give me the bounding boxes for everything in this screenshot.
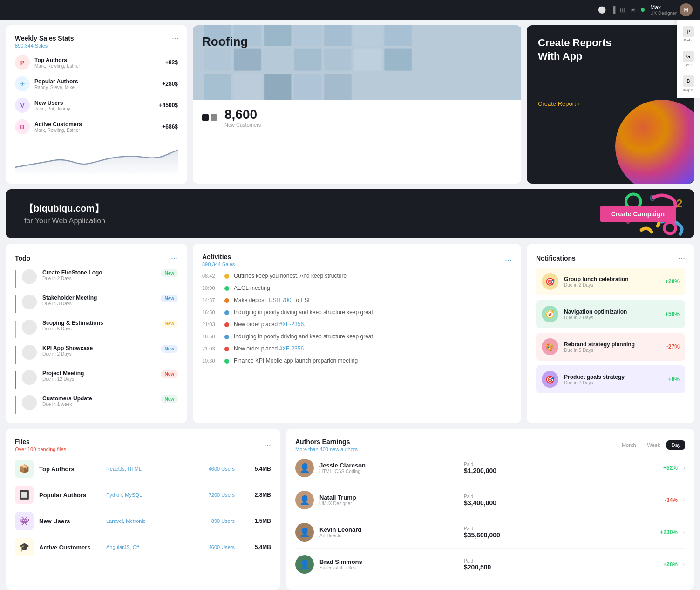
stat-top-authors: P Top Authors Mark, Rowling, Esther +82$ — [15, 55, 178, 70]
row-3: Todo ··· Create FireStone Logo Due in 2 … — [6, 244, 694, 423]
notif-info: Product goals strategy Due in 7 Days — [564, 374, 663, 385]
todo-avatar — [22, 295, 37, 309]
svg-rect-4 — [294, 25, 321, 46]
author-change: +28% — [608, 561, 678, 568]
todo-menu[interactable]: ··· — [171, 253, 178, 263]
stat-info-new-users: New Users John, Pat, Jimmy — [34, 100, 155, 111]
activity-item: 14:37 Make deposit USD 700. to ESL — [202, 297, 512, 303]
author-arrow-icon[interactable]: › — [683, 529, 685, 535]
todo-item-2: Scoping & Estimations Due in 5 Days New — [15, 320, 178, 338]
user-profile[interactable]: Max UX Designer M — [650, 3, 693, 16]
stat-name: Top Authors — [34, 57, 161, 63]
grid-icon[interactable]: ⊞ — [620, 6, 625, 14]
stat-value-active: +686$ — [162, 123, 178, 130]
author-role: Art Director — [319, 533, 458, 538]
activity-text: Outlines keep you honest. And keep struc… — [234, 273, 347, 279]
notif-value: -27% — [666, 343, 680, 350]
order-link-2[interactable]: #XF-2356. — [279, 345, 305, 352]
file-size: 1.5MB — [240, 518, 271, 524]
weekly-sales-menu[interactable]: ··· — [172, 34, 179, 43]
activity-item: 10:00 AEOL meeting — [202, 285, 512, 291]
activity-time: 08:42 — [202, 273, 220, 279]
notif-title: Product goals strategy — [564, 374, 663, 380]
author-paid: Paid — [464, 558, 603, 563]
create-campaign-button[interactable]: Create Campaign — [600, 206, 676, 222]
notifications-menu[interactable]: ··· — [678, 253, 685, 263]
todo-badge: New — [161, 370, 178, 378]
file-name: New Users — [39, 518, 101, 525]
activity-item: 21:03 New order placed #XF-2356. — [202, 321, 512, 328]
author-item-1: 👤 Natali Trump UI/UX Designer Paid $3,40… — [295, 491, 685, 516]
activities-subtitle: 890,344 Sales — [202, 261, 235, 267]
stat-value-popular: +280$ — [162, 81, 178, 87]
activities-header: Activities 890,344 Sales — [202, 253, 235, 267]
svg-rect-8 — [204, 49, 231, 71]
notif-item-1: 🧭 Navigation optimization Due in 2 Days … — [536, 300, 685, 328]
activity-dot — [224, 274, 229, 279]
activities-title: Activities — [202, 253, 235, 261]
panel-label-geth: Get H — [684, 63, 693, 67]
row-1: Weekly Sales Stats 890,344 Sales ··· P T… — [6, 25, 694, 184]
author-arrow-icon[interactable]: › — [683, 561, 685, 568]
author-name: Kevin Leonard — [319, 526, 458, 533]
author-change: +52% — [608, 465, 678, 471]
order-link-1[interactable]: #XF-2356. — [279, 321, 305, 328]
create-report-link-text: Create Report — [538, 100, 576, 107]
svg-text:2: 2 — [676, 197, 683, 210]
authors-earnings-card: Authors Earnings More than 400 new autho… — [286, 429, 694, 590]
author-info: Brad Simmons Successful Fellas — [319, 558, 458, 570]
activity-time: 10:30 — [202, 357, 220, 364]
todo-name: KPI App Showcase — [42, 345, 155, 351]
todo-name: Scoping & Estimations — [42, 320, 155, 326]
notif-due: Due in 7 Days — [564, 380, 663, 385]
tab-week[interactable]: Week — [643, 440, 665, 450]
author-amount: $1,200,000 — [464, 467, 603, 474]
files-title: Files — [15, 438, 66, 446]
svg-rect-13 — [354, 49, 382, 71]
todo-info: Create FireStone Logo Due in 2 Days — [42, 269, 155, 281]
notif-item-0: 🎯 Group lunch celebration Due in 2 Days … — [536, 268, 685, 295]
activity-dot — [224, 359, 229, 364]
settings-icon[interactable]: ▐ — [611, 6, 615, 14]
stat-items: P Top Authors Mark, Rowling, Esther +82$… — [15, 55, 178, 134]
tab-month[interactable]: Month — [617, 440, 641, 450]
activity-dot — [224, 310, 229, 315]
deposit-link[interactable]: USD 700. — [269, 297, 293, 303]
author-arrow-icon[interactable]: › — [683, 497, 685, 503]
tab-day[interactable]: Day — [666, 440, 685, 450]
new-customers-card: 8,600 New Customers — [193, 100, 521, 135]
roofing-title: Roofing — [202, 34, 248, 49]
author-name: Jessie Clarcson — [319, 462, 458, 469]
panel-item-buyn[interactable]: B Buy N — [681, 73, 696, 95]
notif-info: Navigation optimization Due in 2 Days — [564, 309, 659, 320]
author-arrow-icon[interactable]: › — [683, 465, 685, 471]
brightness-icon[interactable]: ☀ — [630, 6, 636, 14]
row-campaign: 【biqubiqu.com】 for Your Web Application … — [6, 189, 694, 238]
activities-menu[interactable]: ··· — [505, 255, 512, 265]
author-name: Brad Simmons — [319, 558, 458, 565]
todo-due: Due in 2 Days — [42, 276, 155, 281]
panel-item-geth[interactable]: G Get H — [681, 48, 696, 70]
activity-text: Finance KPI Mobile app launch preparion … — [234, 357, 358, 364]
file-item-1: 🔲 Popular Authors Python, MySQL 7200 Use… — [15, 486, 271, 504]
todo-indicator — [15, 321, 16, 338]
nc-icon-light — [211, 114, 217, 121]
file-size: 5.4MB — [240, 544, 271, 550]
todo-name: Stakeholder Meeting — [42, 295, 155, 301]
panel-icon-prebu: P — [683, 26, 694, 37]
row-4: Files Over 100 pending files ··· 📦 Top A… — [6, 429, 694, 590]
stat-authors: Mark, Rowling, Esther — [34, 63, 161, 69]
search-icon[interactable]: ⚪ — [598, 6, 606, 14]
avatar[interactable]: M — [680, 3, 693, 16]
author-info: Jessie Clarcson HTML, CSS Coding — [319, 462, 458, 474]
author-avatar: 👤 — [295, 523, 314, 542]
file-tags: Python, MySQL — [106, 492, 180, 498]
files-menu[interactable]: ··· — [264, 440, 271, 450]
stat-active-customers: B Active Customers Mark, Rowling, Esther… — [15, 119, 178, 134]
file-icon: 📦 — [15, 460, 34, 478]
svg-rect-14 — [384, 49, 412, 71]
panel-item-prebu[interactable]: P Prebu — [681, 23, 696, 45]
file-tags: AngularJS, C# — [106, 544, 180, 550]
campaign-banner: 【biqubiqu.com】 for Your Web Application … — [6, 189, 694, 238]
author-earnings: Paid $3,400,000 — [464, 494, 603, 507]
